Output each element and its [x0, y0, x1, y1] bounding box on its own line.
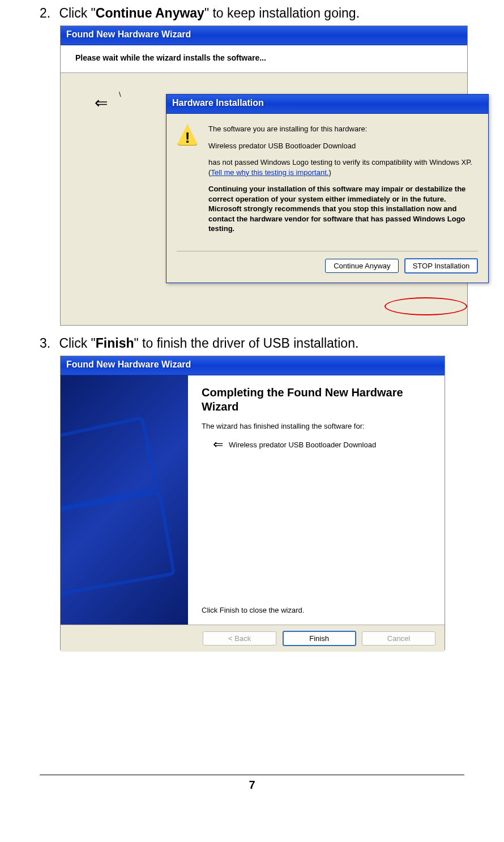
device-icon: ⇐	[213, 437, 223, 452]
hwdlg-button-row: Continue Anyway STOP Installation	[166, 251, 488, 283]
wizard2-side-graphic	[61, 375, 188, 625]
wizard2-device-name: Wireless predator USB Bootloader Downloa…	[229, 441, 376, 449]
hwdlg-logo-line: has not passed Windows Logo testing to v…	[208, 157, 478, 177]
wizard2-line1: The wizard has finished installing the s…	[202, 422, 431, 430]
hwdlg-titlebar: Hardware Installation	[166, 95, 488, 114]
step-2-number: 2.	[40, 6, 55, 21]
wizard2-main: Completing the Found New Hardware Wizard…	[188, 375, 445, 625]
usb-icon: ⇐	[95, 93, 108, 112]
hwdlg-line2b: )	[328, 168, 331, 177]
step-2-bold: Continue Anyway	[96, 6, 204, 20]
step-3-instruction: 3. Click "Finish" to finish the driver o…	[40, 336, 481, 351]
step-3-number: 3.	[40, 336, 55, 351]
wizard1-header: Please wait while the wizard installs th…	[61, 45, 467, 73]
warning-icon: !	[177, 124, 198, 146]
finish-button[interactable]: Finish	[283, 631, 356, 646]
hardware-installation-dialog: Hardware Installation ! The software you…	[166, 94, 489, 283]
wizard2-body: Completing the Found New Hardware Wizard…	[61, 375, 445, 625]
hwdlg-warning-paragraph: Continuing your installation of this sof…	[208, 184, 478, 234]
hwdlg-body: ! The software you are installing for th…	[166, 114, 488, 246]
footer-divider	[40, 775, 464, 775]
document-page: 2. Click "Continue Anyway" to keep insta…	[0, 0, 504, 803]
wizard2-footer: < Back Finish Cancel	[61, 625, 445, 652]
red-highlight-oval	[385, 297, 467, 315]
wizard1-truncated-text: \	[119, 90, 121, 99]
step-3-pre: Click "	[59, 336, 95, 351]
wizard2-device-row: ⇐ Wireless predator USB Bootloader Downl…	[213, 437, 431, 452]
back-button: < Back	[203, 631, 276, 646]
hwdlg-line1: The software you are installing for this…	[208, 124, 478, 134]
hwdlg-text: The software you are installing for this…	[208, 124, 478, 241]
step-3-bold: Finish	[96, 336, 134, 351]
step-2-instruction: 2. Click "Continue Anyway" to keep insta…	[40, 6, 481, 21]
step-2-post: " to keep installation going.	[204, 6, 360, 20]
stop-installation-button[interactable]: STOP Installation	[404, 258, 478, 273]
wizard2-titlebar: Found New Hardware Wizard	[61, 356, 445, 375]
hwdlg-device: Wireless predator USB Bootloader Downloa…	[208, 141, 478, 151]
wizard2-heading: Completing the Found New Hardware Wizard	[202, 386, 431, 414]
step-2-pre: Click "	[59, 6, 95, 20]
cancel-button: Cancel	[362, 631, 435, 646]
screenshot-1: Found New Hardware Wizard Please wait wh…	[60, 25, 468, 326]
hwdlg-link[interactable]: Tell me why this testing is important.	[211, 168, 328, 177]
screenshot-2: Found New Hardware Wizard Completing the…	[60, 356, 445, 650]
page-number: 7	[23, 779, 481, 792]
step-3-post: " to finish the driver of USB installati…	[134, 336, 359, 351]
wizard1-titlebar: Found New Hardware Wizard	[61, 26, 467, 45]
continue-anyway-button[interactable]: Continue Anyway	[325, 259, 399, 273]
wizard2-close-line: Click Finish to close the wizard.	[202, 606, 431, 614]
